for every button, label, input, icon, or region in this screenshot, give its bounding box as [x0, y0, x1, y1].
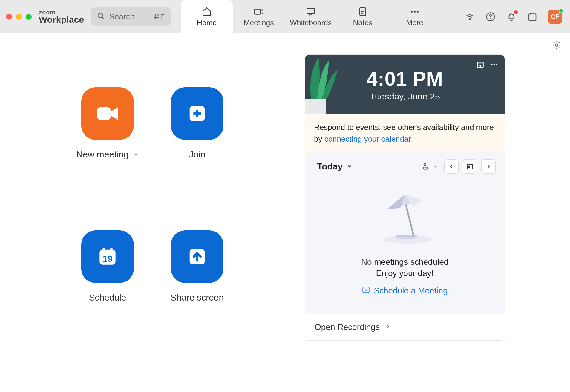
avatar[interactable]: CF [548, 10, 562, 24]
gear-icon[interactable] [552, 41, 561, 51]
action-label: Join [189, 149, 205, 160]
brand: zoom Workplace [39, 9, 84, 24]
search-shortcut: ⌘F [153, 13, 165, 21]
today-dropdown[interactable]: Today [317, 161, 353, 172]
video-icon [81, 87, 134, 140]
quick-actions: New meeting Join 1 [0, 54, 305, 341]
clock-date: Tuesday, June 25 [370, 91, 440, 102]
open-recordings[interactable]: Open Recordings [305, 314, 505, 340]
recordings-label: Open Recordings [315, 322, 380, 332]
svg-rect-19 [97, 107, 111, 120]
empty-schedule: No meetings scheduled Enjoy your day! Sc… [305, 177, 505, 314]
empty-line-1: No meetings scheduled [311, 257, 499, 267]
svg-point-36 [424, 164, 426, 166]
svg-rect-24 [102, 248, 105, 253]
chevron-right-icon [384, 322, 391, 332]
svg-rect-14 [529, 14, 536, 20]
go-today-button[interactable] [463, 159, 477, 174]
svg-point-13 [490, 18, 491, 19]
day-card: 4:01 PM Tuesday, June 25 Respond to even… [305, 54, 505, 341]
brand-line2: Workplace [39, 15, 84, 24]
nav-more[interactable]: More [389, 0, 441, 33]
primary-nav: Home Meetings Whiteboards Notes More [181, 0, 441, 33]
schedule-button[interactable]: 19 Schedule [63, 230, 152, 341]
wifi-icon[interactable] [464, 11, 475, 22]
svg-rect-2 [255, 9, 261, 14]
svg-point-35 [496, 64, 497, 65]
nav-home[interactable]: Home [181, 0, 233, 33]
app-topbar: zoom Workplace Search ⌘F Home Meetings W… [0, 0, 570, 33]
bell-icon[interactable] [506, 11, 517, 22]
svg-point-18 [555, 44, 558, 47]
plant-illustration [305, 55, 341, 114]
connect-calendar-prompt: Respond to events, see other's availabil… [305, 114, 505, 152]
nav-notes[interactable]: Notes [337, 0, 389, 33]
svg-point-9 [414, 10, 416, 12]
new-meeting-button[interactable]: New meeting [63, 87, 152, 197]
whiteboard-icon [306, 7, 316, 17]
today-label: Today [317, 161, 343, 172]
presence-indicator [559, 8, 563, 13]
svg-point-8 [411, 10, 413, 12]
help-icon[interactable] [485, 11, 496, 22]
prev-day-button[interactable] [444, 159, 459, 174]
calendar-icon: 19 [81, 230, 134, 283]
calendar-icon[interactable] [527, 11, 538, 22]
clock-header: 4:01 PM Tuesday, June 25 [305, 55, 505, 114]
svg-rect-28 [305, 99, 326, 114]
nav-label: Notes [353, 19, 373, 27]
chevron-down-icon[interactable] [133, 149, 139, 160]
minimize-icon[interactable] [16, 14, 22, 20]
svg-marker-46 [387, 195, 405, 209]
join-button[interactable]: Join [152, 87, 242, 197]
svg-point-33 [491, 64, 493, 65]
svg-line-1 [102, 17, 103, 19]
schedule-meeting-link[interactable]: Schedule a Meeting [362, 285, 448, 296]
more-icon[interactable] [490, 61, 498, 70]
search-input[interactable]: Search ⌘F [91, 7, 171, 26]
action-label: Schedule [89, 293, 126, 303]
svg-point-34 [494, 64, 495, 65]
svg-point-0 [98, 13, 102, 18]
home-icon [202, 7, 212, 17]
arrow-up-icon [171, 230, 223, 283]
svg-rect-37 [424, 167, 428, 169]
window-controls [6, 14, 32, 20]
close-icon[interactable] [6, 14, 12, 20]
share-screen-button[interactable]: Share screen [152, 230, 242, 341]
video-icon [254, 7, 264, 17]
chevron-down-icon [346, 161, 353, 172]
avatar-initials: CF [551, 13, 559, 21]
main-content: New meeting Join 1 [0, 33, 570, 392]
nav-label: Home [197, 19, 217, 27]
nav-label: Meetings [243, 19, 274, 27]
umbrella-illustration [311, 192, 499, 245]
svg-rect-3 [307, 8, 315, 13]
nav-meetings[interactable]: Meetings [233, 0, 285, 33]
empty-line-2: Enjoy your day! [311, 269, 499, 278]
clock-time: 4:01 PM [367, 68, 443, 90]
search-placeholder: Search [109, 12, 148, 22]
notes-icon [358, 7, 368, 17]
nav-label: Whiteboards [290, 19, 332, 27]
day-nav: Today [305, 152, 505, 177]
view-options[interactable] [422, 162, 438, 171]
svg-rect-40 [468, 167, 470, 168]
calendar-plus-icon [362, 285, 370, 296]
svg-point-11 [469, 19, 470, 20]
svg-rect-25 [110, 248, 112, 253]
svg-point-10 [417, 10, 419, 12]
plus-icon [171, 87, 223, 140]
action-label: New meeting [76, 149, 128, 160]
connect-calendar-link[interactable]: connecting your calendar [324, 134, 411, 143]
notification-badge [514, 10, 518, 14]
more-icon [410, 7, 420, 17]
calendar-add-icon[interactable] [476, 61, 484, 70]
next-day-button[interactable] [481, 159, 496, 174]
action-label: Share screen [171, 293, 224, 303]
nav-whiteboards[interactable]: Whiteboards [285, 0, 337, 33]
fullscreen-icon[interactable] [26, 14, 32, 20]
schedule-link-text: Schedule a Meeting [374, 286, 448, 295]
svg-text:19: 19 [102, 254, 112, 264]
nav-label: More [406, 19, 423, 27]
